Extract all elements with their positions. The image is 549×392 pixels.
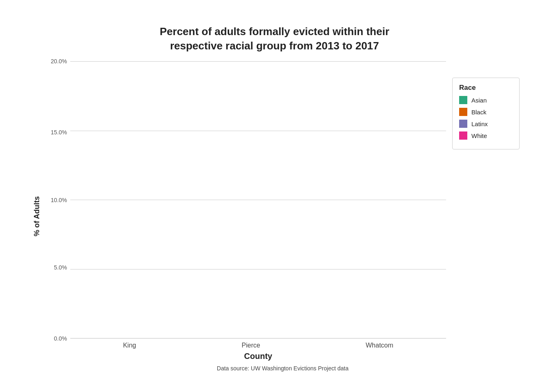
bars-area xyxy=(70,61,446,339)
y-tick-20: 20.0% xyxy=(51,58,70,65)
legend-label-black: Black xyxy=(471,109,487,116)
legend-item-black: Black xyxy=(459,108,513,116)
legend-item-latinx: Latinx xyxy=(459,120,513,128)
legend-swatch-black xyxy=(459,108,467,116)
legend-item-white: White xyxy=(459,131,513,140)
y-tick-10: 10.0% xyxy=(51,197,70,203)
x-tick-whatcom: Whatcom xyxy=(366,342,393,349)
chart-container: Percent of adults formally evicted withi… xyxy=(29,20,520,372)
y-tick-5: 5.0% xyxy=(54,264,70,271)
caption: Data source: UW Washington Evictions Pro… xyxy=(46,365,520,372)
legend-swatch-white xyxy=(459,131,467,140)
legend-title: Race xyxy=(459,84,513,92)
y-tick-15: 15.0% xyxy=(51,129,70,136)
y-axis-label: % of Adults xyxy=(29,61,44,372)
legend: Race Asian Black Latinx xyxy=(452,78,520,149)
x-ticks: King Pierce Whatcom xyxy=(46,339,520,349)
x-tick-pierce: Pierce xyxy=(242,342,260,349)
title-line2: respective racial group from 2013 to 201… xyxy=(170,40,379,52)
legend-item-asian: Asian xyxy=(459,96,513,104)
legend-label-latinx: Latinx xyxy=(471,120,488,127)
legend-swatch-latinx xyxy=(459,120,467,128)
x-tick-king: King xyxy=(123,342,136,349)
chart-title: Percent of adults formally evicted withi… xyxy=(160,24,389,53)
title-line1: Percent of adults formally evicted withi… xyxy=(160,25,389,38)
x-axis-label: County xyxy=(46,352,520,361)
y-tick-0: 0.0% xyxy=(54,335,70,342)
legend-swatch-asian xyxy=(459,96,467,104)
legend-label-white: White xyxy=(471,132,487,139)
plot-area: 20.0% 15.0% 10.0% 5.0% 0.0% xyxy=(46,61,520,339)
legend-label-asian: Asian xyxy=(471,97,487,104)
